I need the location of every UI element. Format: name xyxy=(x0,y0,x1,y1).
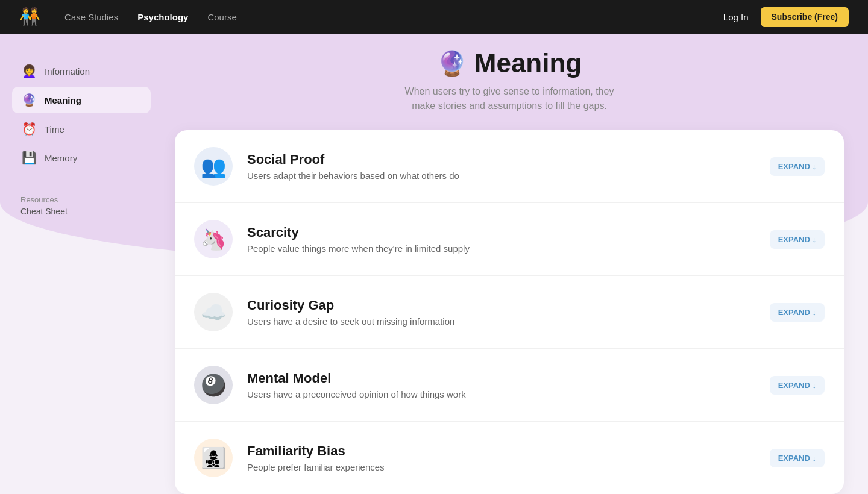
card-social-proof: 👥 Social Proof Users adapt their behavio… xyxy=(175,130,844,203)
familiarity-bias-desc: People prefer familiar experiences xyxy=(247,462,755,472)
mental-model-title: Mental Model xyxy=(247,370,755,386)
sidebar-item-memory[interactable]: 💾 Memory xyxy=(12,145,151,171)
scarcity-text: Scarcity People value things more when t… xyxy=(247,225,755,254)
page-title: 🔮 Meaning xyxy=(175,48,844,78)
mental-model-expand[interactable]: EXPAND ↓ xyxy=(770,376,825,395)
social-proof-desc: Users adapt their behaviors based on wha… xyxy=(247,170,755,181)
meaning-icon: 🔮 xyxy=(20,93,37,107)
scarcity-desc: People value things more when they're in… xyxy=(247,243,755,254)
sidebar-item-label: Time xyxy=(45,124,64,134)
familiarity-bias-expand[interactable]: EXPAND ↓ xyxy=(770,449,825,467)
nav-course[interactable]: Course xyxy=(207,12,236,22)
nav-psychology[interactable]: Psychology xyxy=(137,12,188,22)
familiarity-bias-title: Familiarity Bias xyxy=(247,443,755,459)
card-curiosity-gap: ☁️ Curiosity Gap Users have a desire to … xyxy=(175,276,844,349)
sidebar-item-label: Information xyxy=(45,66,90,77)
social-proof-expand[interactable]: EXPAND ↓ xyxy=(770,157,825,176)
scarcity-title: Scarcity xyxy=(247,225,755,240)
card-scarcity: 🦄 Scarcity People value things more when… xyxy=(175,203,844,276)
logo-icon: 🧑‍🤝‍🧑 xyxy=(19,8,40,25)
sidebar-item-label: Memory xyxy=(45,153,77,163)
familiarity-bias-text: Familiarity Bias People prefer familiar … xyxy=(247,443,755,472)
mental-model-text: Mental Model Users have a preconceived o… xyxy=(247,370,755,399)
sidebar-nav: 👩‍🦱 Information 🔮 Meaning ⏰ Time 💾 Memor… xyxy=(12,58,151,171)
mental-model-icon: 🎱 xyxy=(194,366,233,404)
social-proof-text: Social Proof Users adapt their behaviors… xyxy=(247,152,755,181)
mental-model-desc: Users have a preconceived opinion of how… xyxy=(247,389,755,399)
curiosity-gap-icon: ☁️ xyxy=(194,293,233,331)
header-emoji: 🔮 xyxy=(437,49,467,78)
login-button[interactable]: Log In xyxy=(723,12,749,22)
nav-links: Case Studies Psychology Course xyxy=(64,12,723,22)
cards-container: 👥 Social Proof Users adapt their behavio… xyxy=(175,130,844,494)
memory-icon: 💾 xyxy=(20,151,37,165)
nav-logo[interactable]: 🧑‍🤝‍🧑 xyxy=(19,8,40,25)
sidebar-resources: Resources Cheat Sheet xyxy=(12,195,151,216)
main-content: 🔮 Meaning When users try to give sense t… xyxy=(163,34,868,494)
card-familiarity-bias: 👩‍👧‍👦 Familiarity Bias People prefer fam… xyxy=(175,422,844,494)
nav-actions: Log In Subscribe (Free) xyxy=(723,7,849,27)
page-header: 🔮 Meaning When users try to give sense t… xyxy=(175,34,844,130)
familiarity-bias-icon: 👩‍👧‍👦 xyxy=(194,439,233,477)
card-mental-model: 🎱 Mental Model Users have a preconceived… xyxy=(175,349,844,422)
sidebar-item-label: Meaning xyxy=(45,95,81,105)
sidebar: 👩‍🦱 Information 🔮 Meaning ⏰ Time 💾 Memor… xyxy=(0,34,163,494)
page-subtitle: When users try to give sense to informat… xyxy=(175,84,844,113)
cheatsheet-link[interactable]: Cheat Sheet xyxy=(20,207,142,216)
sidebar-item-meaning[interactable]: 🔮 Meaning xyxy=(12,87,151,113)
information-icon: 👩‍🦱 xyxy=(20,64,37,78)
header-title-text: Meaning xyxy=(474,48,582,78)
curiosity-gap-title: Curiosity Gap xyxy=(247,298,755,313)
subscribe-button[interactable]: Subscribe (Free) xyxy=(761,7,849,27)
nav-case-studies[interactable]: Case Studies xyxy=(64,12,118,22)
time-icon: ⏰ xyxy=(20,122,37,136)
curiosity-gap-text: Curiosity Gap Users have a desire to see… xyxy=(247,298,755,327)
sidebar-item-time[interactable]: ⏰ Time xyxy=(12,116,151,142)
navbar: 🧑‍🤝‍🧑 Case Studies Psychology Course Log… xyxy=(0,0,868,34)
resources-label: Resources xyxy=(20,195,142,204)
scarcity-expand[interactable]: EXPAND ↓ xyxy=(770,230,825,249)
scarcity-icon: 🦄 xyxy=(194,220,233,258)
curiosity-gap-desc: Users have a desire to seek out missing … xyxy=(247,316,755,327)
curiosity-gap-expand[interactable]: EXPAND ↓ xyxy=(770,303,825,322)
social-proof-title: Social Proof xyxy=(247,152,755,167)
sidebar-item-information[interactable]: 👩‍🦱 Information xyxy=(12,58,151,84)
social-proof-icon: 👥 xyxy=(194,147,233,186)
